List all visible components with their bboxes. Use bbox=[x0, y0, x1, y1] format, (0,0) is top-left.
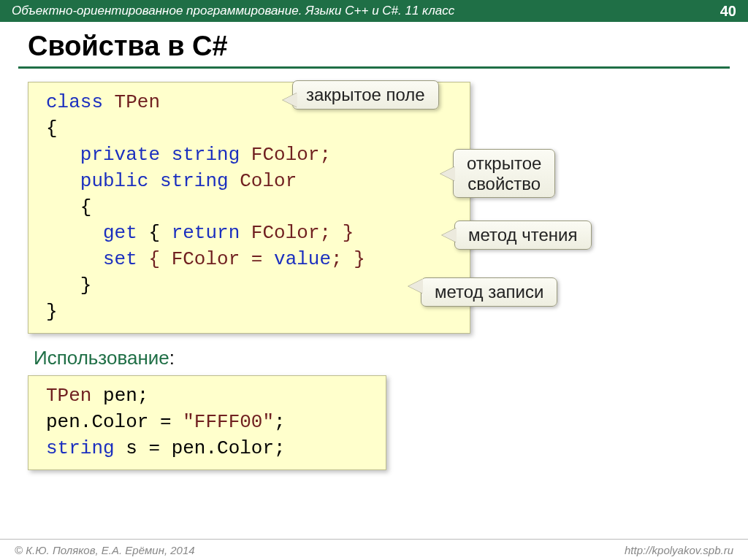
var-pen: pen; bbox=[91, 385, 148, 407]
title-rule bbox=[18, 66, 730, 69]
kw-class: class bbox=[46, 91, 103, 113]
callout-wedge-icon bbox=[408, 279, 423, 294]
type-tpen: TPen bbox=[46, 385, 91, 407]
string-literal: "FFFF00" bbox=[183, 411, 274, 433]
page-number: 40 bbox=[720, 3, 736, 20]
kw-public-string: public string bbox=[46, 170, 229, 192]
brace-close-2: } bbox=[46, 275, 91, 296]
callout-text: закрытое поле bbox=[306, 85, 425, 104]
callout-wedge-icon bbox=[283, 93, 297, 107]
callout-text-a: открытое bbox=[467, 153, 541, 173]
brace-close: } bbox=[46, 301, 58, 323]
prop-color: Color bbox=[229, 170, 297, 192]
code-box-usage: TPen pen; pen.Color = "FFFF00"; string s… bbox=[28, 375, 386, 470]
kw-set: set bbox=[46, 248, 137, 270]
pen-color-assign: pen.Color = bbox=[46, 411, 183, 433]
txt: { bbox=[137, 222, 172, 244]
kw-return: return bbox=[172, 222, 240, 244]
callout-public-property: открытое свойство bbox=[453, 149, 555, 198]
callout-wedge-icon bbox=[442, 228, 457, 242]
page-title: Свойства в C# bbox=[0, 22, 748, 66]
callout-text: метод записи bbox=[435, 282, 543, 302]
callout-text-b: свойство bbox=[468, 174, 541, 193]
callout-wedge-icon bbox=[440, 166, 455, 181]
set-tail: ; } bbox=[331, 248, 365, 270]
callout-private-field: закрытое поле bbox=[292, 80, 439, 110]
footer-url: http://kpolyakov.spb.ru bbox=[625, 544, 733, 556]
field-fcolor: FColor; bbox=[240, 144, 331, 166]
slide-footer: © К.Ю. Поляков, Е.А. Ерёмин, 2014 http:/… bbox=[0, 539, 748, 560]
var-s-assign: s = pen.Color; bbox=[115, 437, 286, 459]
kw-get: get bbox=[46, 222, 137, 244]
course-title: Объектно-ориентированное программировани… bbox=[12, 4, 454, 18]
kw-private-string: private string bbox=[46, 144, 240, 166]
code-box-class: class TPen { private string FColor; publ… bbox=[28, 82, 470, 334]
subheading-text: Использование bbox=[34, 347, 169, 369]
semi: ; bbox=[274, 411, 286, 433]
slide: Объектно-ориентированное программировани… bbox=[0, 0, 748, 560]
subheading-usage: Использование: bbox=[34, 347, 720, 369]
callout-text: метод чтения bbox=[468, 225, 578, 245]
kw-string: string bbox=[46, 437, 115, 459]
brace-open-2: { bbox=[46, 196, 91, 218]
callout-set-method: метод записи bbox=[421, 277, 557, 307]
kw-value: value bbox=[274, 248, 331, 270]
footer-copyright: © К.Ю. Поляков, Е.А. Ерёмин, 2014 bbox=[15, 544, 195, 556]
set-lhs: { FColor = bbox=[137, 248, 274, 270]
slide-header: Объектно-ориентированное программировани… bbox=[0, 0, 748, 22]
get-body: FColor; } bbox=[240, 222, 354, 244]
class-name: TPen bbox=[103, 91, 160, 113]
callout-get-method: метод чтения bbox=[454, 220, 592, 250]
brace-open: { bbox=[46, 118, 58, 139]
content-area: class TPen { private string FColor; publ… bbox=[0, 82, 748, 470]
